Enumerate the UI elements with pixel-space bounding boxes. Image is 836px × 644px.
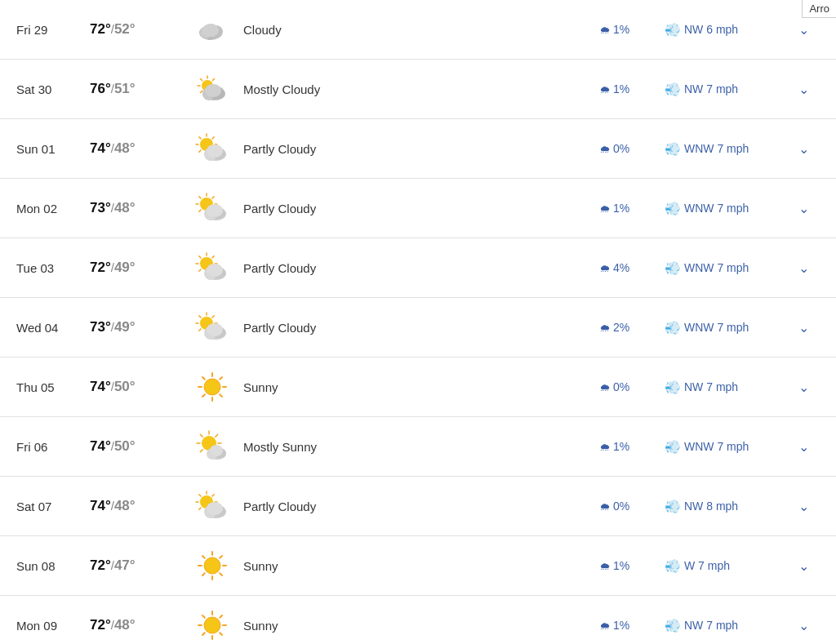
precip-icon: 🌧	[599, 441, 610, 453]
expand-button[interactable]: ⌄	[787, 618, 820, 633]
day-label: Tue 03	[16, 261, 90, 275]
wind-value: WNW 7 mph	[684, 261, 749, 274]
svg-line-121	[220, 615, 222, 618]
svg-point-103	[207, 502, 223, 515]
wind-value: WNW 7 mph	[684, 440, 749, 453]
wind-value: NW 6 mph	[684, 23, 738, 36]
expand-button[interactable]: ⌄	[787, 22, 820, 38]
precipitation: 🌧 0%	[599, 500, 665, 513]
condition-label: Mostly Cloudy	[237, 82, 599, 96]
precipitation: 🌧 0%	[599, 380, 665, 393]
svg-point-42	[207, 204, 223, 217]
expand-button[interactable]: ⌄	[787, 558, 820, 574]
expand-button[interactable]: ⌄	[787, 82, 820, 97]
weather-icon-container	[188, 131, 237, 167]
high-temp: 74°	[90, 438, 111, 454]
weather-row: Mon 02 73°/48° Partly Cloudy 🌧 1%	[0, 179, 836, 238]
svg-line-12	[212, 79, 214, 81]
svg-line-25	[212, 137, 214, 139]
weather-icon-container	[188, 429, 237, 464]
svg-line-34	[199, 210, 201, 211]
temperature: 72°/47°	[90, 557, 188, 574]
svg-line-10	[201, 79, 202, 81]
svg-line-60	[199, 329, 201, 331]
svg-line-86	[216, 434, 218, 437]
weather-row: Wed 04 73°/49° Partly Cloudy 🌧 2%	[0, 298, 836, 358]
precip-value: 2%	[613, 321, 629, 334]
weather-icon-container	[188, 309, 237, 345]
condition-label: Partly Cloudy	[237, 321, 599, 335]
day-label: Sat 30	[16, 82, 90, 96]
high-temp: 72°	[90, 617, 111, 633]
precip-value: 4%	[613, 261, 629, 274]
precipitation: 🌧 1%	[599, 440, 665, 453]
expand-button[interactable]: ⌄	[787, 380, 820, 395]
temperature: 72°/52°	[90, 21, 188, 38]
high-temp: 74°	[90, 379, 111, 394]
expand-button[interactable]: ⌄	[787, 260, 820, 276]
svg-line-8	[201, 91, 202, 92]
svg-line-106	[220, 573, 222, 575]
low-temp: 47°	[114, 557, 136, 573]
wind-info: 💨 NW 7 mph	[665, 618, 787, 633]
precipitation: 🌧 1%	[599, 619, 665, 632]
weather-row: Fri 06 74°/50° Mostly Sunny 🌧 1%	[0, 417, 836, 477]
weather-icon-container	[188, 488, 237, 524]
precip-value: 1%	[613, 82, 629, 95]
wind-info: 💨 NW 7 mph	[665, 82, 787, 97]
wind-info: 💨 NW 7 mph	[665, 380, 787, 395]
temperature: 76°/51°	[90, 81, 188, 97]
weather-icon-container	[188, 250, 237, 286]
weather-row: Fri 29 72°/52° Cloudy 🌧 1% 💨 NW 6 mph	[0, 0, 836, 60]
precip-icon: 🌧	[599, 262, 610, 274]
precip-icon: 🌧	[599, 381, 610, 393]
expand-button[interactable]: ⌄	[787, 201, 820, 216]
svg-line-47	[199, 269, 201, 271]
expand-button[interactable]: ⌄	[787, 141, 820, 157]
svg-line-36	[199, 197, 201, 198]
precip-value: 1%	[613, 619, 629, 632]
temperature: 74°/50°	[90, 438, 188, 455]
temperature: 73°/48°	[90, 200, 188, 216]
temperature: 74°/50°	[90, 379, 188, 395]
svg-line-99	[212, 495, 214, 496]
day-label: Mon 09	[16, 619, 90, 633]
precipitation: 🌧 1%	[599, 82, 665, 95]
svg-line-49	[199, 256, 201, 258]
svg-line-71	[220, 394, 222, 397]
expand-button[interactable]: ⌄	[787, 499, 820, 514]
arrow-label: Arro	[802, 0, 836, 18]
weather-icon-container	[188, 71, 237, 107]
high-temp: 74°	[90, 140, 111, 156]
high-temp: 76°	[90, 81, 111, 96]
weather-row: Tue 03 72°/49° Partly Cloudy 🌧 4%	[0, 238, 836, 298]
precip-value: 1%	[613, 23, 629, 36]
weather-row: Thu 05 74°/50° Sunny 🌧 0% 💨 NW 7 mph ⌄	[0, 358, 836, 417]
low-temp: 50°	[114, 438, 136, 454]
wind-icon: 💨	[665, 499, 681, 514]
weather-row: Sun 01 74°/48° Partly Cloudy 🌧 0%	[0, 119, 836, 179]
low-temp: 48°	[114, 140, 136, 156]
svg-line-108	[202, 573, 205, 575]
svg-line-97	[199, 495, 201, 496]
wind-icon: 💨	[665, 439, 681, 455]
wind-icon: 💨	[665, 618, 681, 633]
expand-button[interactable]: ⌄	[787, 439, 820, 455]
expand-button[interactable]: ⌄	[787, 320, 820, 335]
precip-value: 0%	[613, 142, 629, 155]
wind-value: WNW 7 mph	[684, 202, 749, 215]
temperature: 74°/48°	[90, 140, 188, 157]
temperature: 74°/48°	[90, 498, 188, 514]
wind-icon: 💨	[665, 260, 681, 276]
svg-point-68	[207, 323, 223, 336]
wind-info: 💨 NW 6 mph	[665, 22, 787, 38]
low-temp: 49°	[114, 319, 136, 335]
condition-label: Sunny	[237, 380, 599, 394]
condition-label: Sunny	[237, 619, 599, 633]
svg-line-115	[220, 633, 222, 635]
weather-icon-container	[188, 190, 237, 226]
svg-line-23	[199, 137, 201, 139]
wind-info: 💨 W 7 mph	[665, 558, 787, 574]
precipitation: 🌧 2%	[599, 321, 665, 334]
condition-label: Partly Cloudy	[237, 202, 599, 215]
